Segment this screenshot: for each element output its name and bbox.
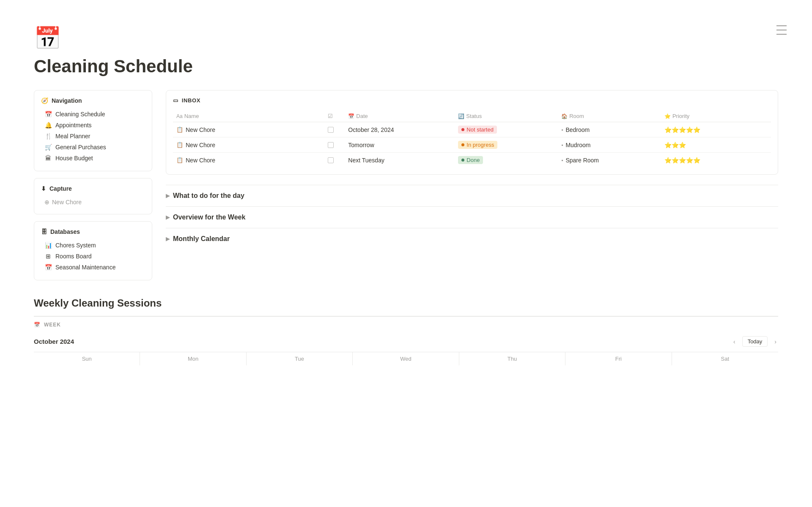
day-header-wed: Wed bbox=[353, 352, 459, 365]
table-row: 📋 New Chore Next Tuesday bbox=[173, 153, 771, 168]
cell-check-3[interactable] bbox=[324, 153, 345, 168]
sidebar-item-rooms-board[interactable]: ⊞ Rooms Board bbox=[41, 251, 145, 261]
calendar-icon: 📅 bbox=[44, 111, 52, 118]
chores-system-label: Chores System bbox=[55, 242, 96, 249]
chore-name-2[interactable]: New Chore bbox=[186, 142, 215, 148]
check-col-icon: ☑ bbox=[328, 113, 333, 119]
calendar-days-header: Sun Mon Tue Wed Thu Fri Sat bbox=[34, 352, 778, 365]
page-title: Cleaning Schedule bbox=[34, 56, 778, 77]
top-controls bbox=[776, 25, 787, 35]
status-badge-2: In progress bbox=[458, 141, 497, 149]
day-header-sat: Sat bbox=[672, 352, 778, 365]
next-arrow[interactable]: › bbox=[773, 337, 778, 346]
status-dot-1 bbox=[461, 128, 464, 131]
cell-name-1: 📋 New Chore bbox=[173, 122, 324, 137]
chores-icon: 📊 bbox=[44, 242, 52, 249]
sidebar-item-cleaning-schedule[interactable]: 📅 Cleaning Schedule bbox=[41, 109, 145, 119]
sidebar-item-appointments[interactable]: 🔔 Appointments bbox=[41, 120, 145, 130]
inbox-label: INBOX bbox=[182, 97, 200, 104]
navigation-label: Navigation bbox=[52, 97, 82, 104]
navigation-icon: 🧭 bbox=[41, 97, 48, 104]
table-row: 📋 New Chore Tomorrow bbox=[173, 137, 771, 153]
cell-status-2: In progress bbox=[455, 137, 558, 153]
meal-planner-label: Meal Planner bbox=[55, 133, 91, 140]
cell-status-1: Not started bbox=[455, 122, 558, 137]
chevron-icon-3: ▶ bbox=[166, 236, 170, 242]
cell-check-1[interactable] bbox=[324, 122, 345, 137]
cell-date-2: Tomorrow bbox=[345, 137, 455, 153]
sidebar-item-general-purchases[interactable]: 🛒 General Purchases bbox=[41, 142, 145, 152]
database-icon: 🗄 bbox=[41, 228, 47, 235]
checkbox-3[interactable] bbox=[328, 157, 334, 163]
day-header-mon: Mon bbox=[140, 352, 246, 365]
chevron-icon-2: ▶ bbox=[166, 214, 170, 220]
weekly-title: Weekly Cleaning Sessions bbox=[34, 297, 778, 309]
week-icon: 📅 bbox=[34, 322, 41, 328]
cell-name-3: 📋 New Chore bbox=[173, 153, 324, 168]
room-text-2: Mudroom bbox=[565, 142, 590, 148]
control-line-3 bbox=[776, 34, 787, 35]
day-header-fri: Fri bbox=[565, 352, 672, 365]
prev-arrow[interactable]: ‹ bbox=[732, 337, 737, 346]
section-header-what-to-do[interactable]: ▶ What to do for the day bbox=[166, 192, 778, 200]
databases-section: 🗄 Databases 📊 Chores System ⊞ Rooms Boar… bbox=[34, 221, 152, 280]
board-icon: ⊞ bbox=[44, 253, 52, 260]
table-row: 📋 New Chore October 28, 2024 bbox=[173, 122, 771, 137]
name-col-icon: Aa bbox=[176, 113, 183, 119]
room-text-3: Spare Room bbox=[565, 157, 599, 164]
room-icon-2: ▪ bbox=[561, 142, 563, 148]
today-button[interactable]: Today bbox=[742, 336, 768, 347]
col-header-name: Aa Name bbox=[173, 110, 324, 122]
cell-check-2[interactable] bbox=[324, 137, 345, 153]
cell-status-3: Done bbox=[455, 153, 558, 168]
chore-name-3[interactable]: New Chore bbox=[186, 157, 215, 164]
sidebar-item-seasonal-maintenance[interactable]: 📅 Seasonal Maintenance bbox=[41, 262, 145, 272]
col-header-priority: ⭐ Priority bbox=[661, 110, 771, 122]
inbox-container: ▭ INBOX Aa Name ☑ bbox=[166, 90, 778, 175]
month-row: October 2024 ‹ Today › bbox=[34, 336, 778, 347]
chore-row-icon-2: 📋 bbox=[176, 142, 183, 148]
col-header-date: 📅 Date bbox=[345, 110, 455, 122]
status-dot-2 bbox=[461, 143, 464, 146]
chevron-icon-1: ▶ bbox=[166, 193, 170, 199]
seasonal-maintenance-label: Seasonal Maintenance bbox=[55, 264, 115, 271]
cart-icon: 🛒 bbox=[44, 144, 52, 151]
chore-name-1[interactable]: New Chore bbox=[186, 126, 215, 133]
appointments-label: Appointments bbox=[55, 122, 92, 129]
capture-new-chore[interactable]: ⊕ New Chore bbox=[41, 197, 145, 207]
col-header-check: ☑ bbox=[324, 110, 345, 122]
capture-header: ⬇ Capture bbox=[41, 185, 145, 192]
capture-section: ⬇ Capture ⊕ New Chore bbox=[34, 178, 152, 214]
seasonal-icon: 📅 bbox=[44, 264, 52, 271]
checkbox-1[interactable] bbox=[328, 127, 334, 133]
day-header-tue: Tue bbox=[247, 352, 353, 365]
sidebar-item-meal-planner[interactable]: 🍴 Meal Planner bbox=[41, 131, 145, 141]
cell-room-2: ▪ Mudroom bbox=[558, 137, 661, 153]
cell-date-3: Next Tuesday bbox=[345, 153, 455, 168]
fork-icon: 🍴 bbox=[44, 133, 52, 140]
new-chore-placeholder: New Chore bbox=[52, 199, 82, 206]
weekly-section: Weekly Cleaning Sessions 📅 WEEK October … bbox=[34, 297, 778, 365]
checkbox-2[interactable] bbox=[328, 142, 334, 148]
databases-header: 🗄 Databases bbox=[41, 228, 145, 235]
section-monthly-calendar: ▶ Monthly Calendar bbox=[166, 228, 778, 249]
control-line-1 bbox=[776, 25, 787, 26]
general-purchases-label: General Purchases bbox=[55, 144, 106, 151]
sidebar-item-chores-system[interactable]: 📊 Chores System bbox=[41, 240, 145, 250]
week-header: 📅 WEEK bbox=[34, 316, 778, 333]
cell-priority-3: ⭐⭐⭐⭐⭐ bbox=[661, 153, 771, 168]
capture-label: Capture bbox=[49, 185, 72, 192]
capture-icon: ⬇ bbox=[41, 185, 46, 192]
status-text-2: In progress bbox=[466, 142, 494, 148]
room-text-1: Bedroom bbox=[565, 126, 590, 133]
room-icon-3: ▪ bbox=[561, 157, 563, 163]
section-header-overview-week[interactable]: ▶ Overview for the Week bbox=[166, 214, 778, 221]
rooms-board-label: Rooms Board bbox=[55, 253, 92, 260]
section-header-monthly-calendar[interactable]: ▶ Monthly Calendar bbox=[166, 235, 778, 243]
section-what-to-do: ▶ What to do for the day bbox=[166, 185, 778, 206]
sidebar-item-house-budget[interactable]: 🏛 House Budget bbox=[41, 153, 145, 163]
inbox-header: ▭ INBOX bbox=[173, 97, 771, 104]
cell-room-1: ▪ Bedroom bbox=[558, 122, 661, 137]
section-label-what-to-do: What to do for the day bbox=[173, 192, 244, 200]
room-col-icon: 🏠 bbox=[561, 113, 568, 119]
